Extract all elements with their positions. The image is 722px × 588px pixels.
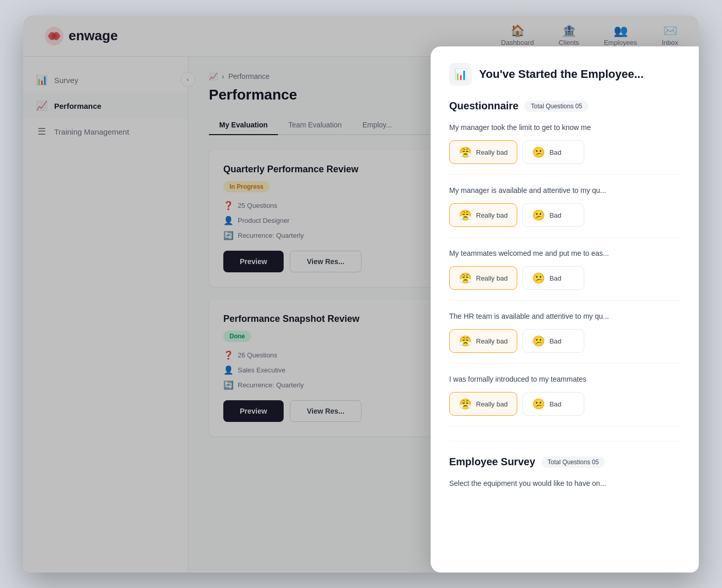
answer-really-bad-2[interactable]: 😤 Really bad	[449, 203, 517, 227]
answer-bad-1[interactable]: 😕 Bad	[522, 140, 584, 164]
question-text-5: I was formally introduced to my teammate…	[449, 374, 680, 385]
snapshot-status-badge: Done	[223, 331, 251, 342]
logo: enwage	[44, 26, 118, 46]
quarterly-questions: 25 Questions	[238, 202, 277, 209]
snapshot-recurrence: Recurrence: Quarterly	[238, 381, 304, 389]
snapshot-recurrence-meta: 🔄 Recurrence: Quarterly	[223, 380, 438, 390]
nav-item-inbox[interactable]: ✉️ Inbox	[662, 25, 678, 46]
quarterly-view-button[interactable]: View Res...	[290, 251, 362, 272]
answer-really-bad-3[interactable]: 😤 Really bad	[449, 266, 517, 290]
answer-bad-5[interactable]: 😕 Bad	[522, 392, 584, 416]
employee-survey-badge: Total Questions 05	[542, 456, 605, 468]
really-bad-label-2: Really bad	[476, 211, 507, 219]
breadcrumb-icon: 📈	[209, 72, 218, 80]
employee-survey-q1-text: Select the equipment you would like to h…	[449, 478, 680, 489]
answer-really-bad-4[interactable]: 😤 Really bad	[449, 329, 517, 353]
snap-questions-icon: ❓	[223, 350, 234, 360]
snapshot-view-button[interactable]: View Res...	[290, 400, 362, 422]
sidebar-collapse-button[interactable]: ‹	[180, 72, 195, 87]
sidebar-item-performance[interactable]: 📈 Performance	[23, 93, 188, 119]
bad-label-5: Bad	[549, 400, 561, 408]
question-text-2: My manager is available and attentive to…	[449, 185, 680, 196]
sidebar: ‹ 📊 Survey 📈 Performance ☰ Training Mana…	[23, 57, 188, 573]
really-bad-emoji-5: 😤	[459, 398, 472, 410]
answer-really-bad-5[interactable]: 😤 Really bad	[449, 392, 517, 416]
logo-icon	[44, 26, 64, 46]
nav-item-clients[interactable]: 🏦 Clients	[559, 25, 579, 46]
nav-item-dashboard[interactable]: 🏠 Dashboard	[501, 25, 534, 46]
questionnaire-section-header: Questionnaire Total Questions 05	[449, 100, 680, 112]
answer-bad-3[interactable]: 😕 Bad	[522, 266, 584, 290]
question-text-4: The HR team is available and attentive t…	[449, 311, 680, 322]
question-block-2: My manager is available and attentive to…	[449, 185, 680, 238]
tab-team-evaluation[interactable]: Team Evaluation	[278, 116, 352, 135]
section-divider	[449, 441, 680, 442]
nav-item-inbox-label: Inbox	[662, 39, 678, 46]
answer-options-5: 😤 Really bad 😕 Bad	[449, 392, 680, 416]
quarterly-role: Product Designer	[238, 217, 289, 224]
really-bad-emoji-4: 😤	[459, 335, 472, 347]
survey-icon: 📊	[36, 74, 48, 86]
bad-emoji-3: 😕	[532, 272, 545, 284]
home-icon: 🏠	[511, 25, 524, 37]
really-bad-emoji-1: 😤	[459, 146, 472, 158]
panel-header: 📊 You've Started the Employee...	[449, 63, 680, 86]
answer-bad-2[interactable]: 😕 Bad	[522, 203, 584, 227]
employee-survey-q1: Select the equipment you would like to h…	[449, 478, 680, 507]
question-block-1: My manager took the limit to get to know…	[449, 122, 680, 175]
overlay-panel: 📊 You've Started the Employee... Questio…	[431, 46, 699, 573]
recurrence-icon: 🔄	[223, 231, 234, 240]
sidebar-item-survey[interactable]: 📊 Survey	[23, 67, 188, 93]
quarterly-recurrence: Recurrence: Quarterly	[238, 232, 304, 239]
performance-icon: 📈	[36, 100, 48, 111]
questions-icon: ❓	[223, 201, 234, 210]
quarterly-status-badge: In Progress	[223, 181, 270, 192]
tab-my-evaluation[interactable]: My Evaluation	[209, 116, 278, 135]
panel-header-icon: 📊	[449, 63, 472, 86]
answer-options-3: 😤 Really bad 😕 Bad	[449, 266, 680, 290]
breadcrumb-current: Performance	[228, 72, 270, 80]
quarterly-questions-meta: ❓ 25 Questions	[223, 201, 438, 210]
employee-survey-section-header: Employee Survey Total Questions 05	[449, 456, 680, 468]
role-icon: 👤	[223, 216, 234, 225]
clients-icon: 🏦	[562, 25, 576, 37]
training-icon: ☰	[36, 126, 48, 137]
bad-emoji-2: 😕	[532, 209, 545, 221]
tab-employ[interactable]: Employ...	[352, 116, 402, 135]
nav-item-clients-label: Clients	[559, 39, 579, 46]
question-block-3: My teammates welcomed me and put me to e…	[449, 248, 680, 301]
really-bad-emoji-2: 😤	[459, 209, 472, 221]
bad-emoji-4: 😕	[532, 335, 545, 347]
quarterly-recurrence-meta: 🔄 Recurrence: Quarterly	[223, 231, 438, 240]
inbox-icon: ✉️	[663, 25, 677, 37]
bad-emoji-5: 😕	[532, 398, 545, 410]
answer-options-1: 😤 Really bad 😕 Bad	[449, 140, 680, 164]
nav-item-employees[interactable]: 👥 Employees	[604, 25, 637, 46]
snapshot-role: Sales Executive	[238, 366, 286, 374]
bad-label-3: Bad	[549, 274, 561, 282]
questionnaire-badge: Total Questions 05	[524, 101, 588, 112]
snap-recurrence-icon: 🔄	[223, 380, 234, 390]
snap-role-icon: 👤	[223, 365, 234, 375]
question-block-4: The HR team is available and attentive t…	[449, 311, 680, 364]
bad-label-2: Bad	[549, 211, 561, 219]
snapshot-questions: 26 Questions	[238, 351, 277, 359]
really-bad-label-4: Really bad	[476, 337, 507, 345]
bad-label-4: Bad	[549, 337, 561, 345]
answer-bad-4[interactable]: 😕 Bad	[522, 329, 584, 353]
really-bad-label-3: Really bad	[476, 274, 507, 282]
bad-label-1: Bad	[549, 149, 561, 156]
answer-really-bad-1[interactable]: 😤 Really bad	[449, 140, 517, 164]
question-text-3: My teammates welcomed me and put me to e…	[449, 248, 680, 259]
snapshot-role-meta: 👤 Sales Executive	[223, 365, 438, 375]
svg-point-1	[52, 34, 57, 39]
nav-item-employees-label: Employees	[604, 39, 637, 46]
employees-icon: 👥	[614, 25, 628, 37]
really-bad-label-5: Really bad	[476, 400, 507, 408]
sidebar-item-survey-label: Survey	[54, 76, 78, 85]
snapshot-preview-button[interactable]: Preview	[223, 400, 284, 422]
answer-options-2: 😤 Really bad 😕 Bad	[449, 203, 680, 227]
sidebar-item-training[interactable]: ☰ Training Management	[23, 119, 188, 144]
employee-survey-title: Employee Survey	[449, 456, 535, 468]
quarterly-preview-button[interactable]: Preview	[223, 251, 284, 272]
